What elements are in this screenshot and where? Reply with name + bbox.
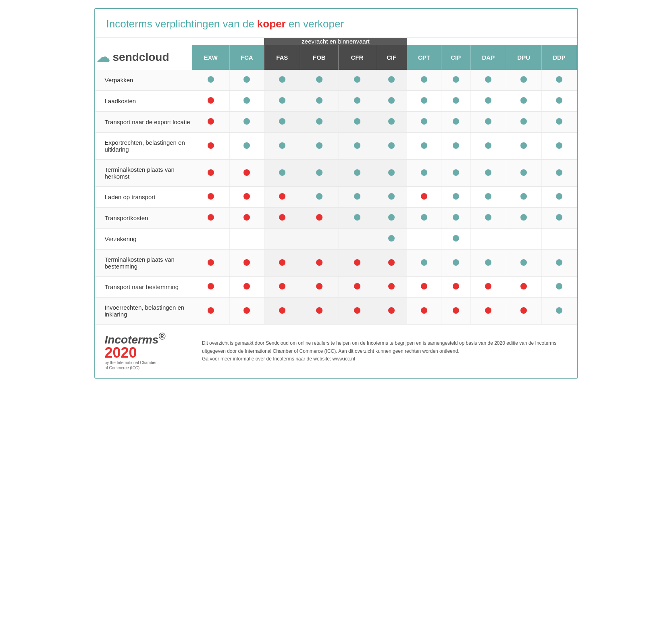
footer-logo-cell: Incoterms® 2020 by the International Cha…	[95, 325, 193, 378]
dot-cell	[338, 133, 376, 160]
green-dot	[556, 76, 562, 83]
dot-cell	[506, 208, 541, 229]
dot-cell	[506, 91, 541, 112]
dot-cell	[192, 91, 229, 112]
col-cpt: CPT	[407, 45, 441, 70]
dot-cell	[192, 112, 229, 133]
green-dot	[421, 214, 427, 221]
dot-cell	[229, 133, 264, 160]
main-container: Incoterms verplichtingen van de koper en…	[94, 8, 578, 379]
dot-cell	[407, 160, 441, 187]
green-dot	[453, 142, 459, 149]
dot-cell	[338, 70, 376, 91]
dot-cell	[300, 229, 338, 250]
dot-cell	[470, 208, 506, 229]
green-dot	[520, 142, 527, 149]
dot-cell	[441, 229, 470, 250]
green-dot	[421, 169, 427, 176]
dot-cell	[264, 187, 300, 208]
dot-cell	[541, 229, 577, 250]
footer-row: Incoterms® 2020 by the International Cha…	[95, 325, 577, 378]
red-dot	[520, 283, 527, 289]
dot-cell	[541, 298, 577, 325]
green-dot	[279, 118, 285, 125]
red-dot	[354, 259, 360, 266]
table-row: Laden op transport	[95, 187, 577, 208]
dot-cell	[192, 277, 229, 298]
dot-cell	[376, 208, 407, 229]
dot-cell	[264, 160, 300, 187]
green-dot	[208, 76, 214, 83]
green-dot	[453, 193, 459, 200]
dot-cell	[470, 133, 506, 160]
green-dot	[279, 142, 285, 149]
dot-cell	[192, 70, 229, 91]
dot-cell	[506, 250, 541, 277]
dot-cell	[338, 112, 376, 133]
red-dot	[279, 283, 285, 289]
dot-cell	[300, 112, 338, 133]
dot-cell	[300, 250, 338, 277]
red-dot	[520, 307, 527, 314]
dot-cell	[338, 277, 376, 298]
dot-cell	[541, 91, 577, 112]
red-dot	[279, 307, 285, 314]
incoterms-logo-subtitle: by the International Chamber of Commerce…	[105, 360, 157, 371]
green-dot	[520, 169, 527, 176]
red-dot	[453, 283, 459, 289]
row-label: Transportkosten	[95, 208, 193, 229]
dot-cell	[300, 298, 338, 325]
dot-cell	[229, 160, 264, 187]
col-cfr: CFR	[338, 45, 376, 70]
dot-cell	[264, 250, 300, 277]
red-dot	[279, 214, 285, 221]
table-row: Terminalkosten plaats van bestemming	[95, 250, 577, 277]
green-dot	[388, 214, 395, 221]
dot-cell	[441, 133, 470, 160]
green-dot	[421, 76, 427, 83]
dot-cell	[470, 187, 506, 208]
dot-cell	[541, 70, 577, 91]
col-cip: CIP	[441, 45, 470, 70]
dot-cell	[300, 277, 338, 298]
green-dot	[556, 307, 562, 314]
green-dot	[279, 76, 285, 83]
row-label: Verpakken	[95, 70, 193, 91]
red-dot	[421, 193, 427, 200]
red-dot	[354, 283, 360, 289]
green-dot	[316, 76, 322, 83]
table-row: Invoerrechten, belastingen en inklaring	[95, 298, 577, 325]
dot-cell	[470, 160, 506, 187]
dot-cell	[541, 160, 577, 187]
dot-cell	[376, 112, 407, 133]
footer-disclaimer: Dit overzicht is gemaakt door Sendcloud …	[202, 340, 556, 354]
green-dot	[485, 97, 491, 104]
dot-cell	[407, 250, 441, 277]
dot-cell	[229, 208, 264, 229]
green-dot	[354, 214, 360, 221]
row-label: Terminalkosten plaats van herkomst	[95, 160, 193, 187]
green-dot	[453, 214, 459, 221]
red-dot	[453, 307, 459, 314]
green-dot	[453, 118, 459, 125]
table-row: Verzekering	[95, 229, 577, 250]
green-dot	[485, 193, 491, 200]
dot-cell	[506, 187, 541, 208]
green-dot	[354, 76, 360, 83]
green-dot	[316, 193, 322, 200]
table-row: Transportkosten	[95, 208, 577, 229]
red-dot	[388, 283, 395, 289]
dot-cell	[407, 91, 441, 112]
col-fca: FCA	[229, 45, 264, 70]
green-dot	[421, 118, 427, 125]
dot-cell	[300, 187, 338, 208]
dot-cell	[441, 187, 470, 208]
dot-cell	[229, 277, 264, 298]
red-dot	[316, 307, 322, 314]
green-dot	[388, 142, 395, 149]
col-exw: EXW	[192, 45, 229, 70]
green-dot	[354, 118, 360, 125]
green-dot	[421, 97, 427, 104]
dot-cell	[441, 208, 470, 229]
green-dot	[520, 97, 527, 104]
